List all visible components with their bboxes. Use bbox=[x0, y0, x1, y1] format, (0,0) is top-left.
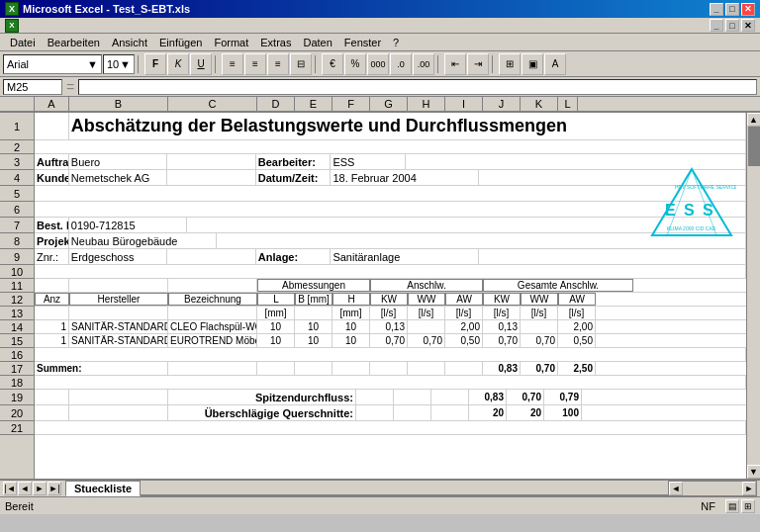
cell-i15[interactable]: 0,50 bbox=[445, 334, 483, 347]
cell-i14[interactable]: 2,00 bbox=[445, 320, 483, 333]
cell-b15[interactable]: SANITÄR-STANDARD bbox=[69, 334, 168, 347]
cell-j14[interactable]: 0,13 bbox=[483, 320, 521, 333]
row-num-10[interactable]: 10 bbox=[0, 265, 34, 279]
col-header-g[interactable]: G bbox=[370, 97, 408, 111]
indent-dec-btn[interactable]: ⇤ bbox=[444, 53, 466, 75]
h-scroll-track[interactable] bbox=[683, 483, 742, 494]
cell-h15[interactable]: 0,70 bbox=[408, 334, 445, 347]
doc-restore-btn[interactable]: □ bbox=[725, 19, 739, 32]
cell-i19[interactable] bbox=[431, 390, 469, 404]
cell-row5[interactable] bbox=[35, 186, 746, 201]
menu-help[interactable]: ? bbox=[387, 36, 405, 49]
cell-a3[interactable]: Auftrag: bbox=[35, 154, 69, 169]
close-button[interactable]: ✕ bbox=[741, 3, 755, 16]
cell-e4[interactable]: 18. Februar 2004 bbox=[331, 170, 478, 185]
cell-c11[interactable] bbox=[168, 279, 257, 292]
cell-j15[interactable]: 0,70 bbox=[483, 334, 521, 347]
menu-extras[interactable]: Extras bbox=[254, 36, 297, 49]
cell-c13[interactable] bbox=[168, 307, 257, 319]
row-num-21[interactable]: 21 bbox=[0, 421, 34, 435]
cell-e13[interactable] bbox=[295, 307, 332, 319]
row-num-15[interactable]: 15 bbox=[0, 334, 34, 348]
row-num-2[interactable]: 2 bbox=[0, 140, 34, 154]
font-name-arrow[interactable]: ▼ bbox=[87, 58, 98, 70]
cell-a20[interactable] bbox=[35, 405, 69, 420]
cell-k20[interactable]: 20 bbox=[507, 405, 544, 420]
cell-b11[interactable] bbox=[69, 279, 168, 292]
scroll-track[interactable] bbox=[747, 127, 760, 465]
align-center-btn[interactable]: ≡ bbox=[244, 53, 266, 75]
cell-c3[interactable] bbox=[167, 154, 256, 169]
bold-button[interactable]: F bbox=[144, 53, 166, 75]
menu-einfuegen[interactable]: Einfügen bbox=[153, 36, 208, 49]
cell-g20[interactable] bbox=[356, 405, 394, 420]
cell-d15[interactable]: 10 bbox=[257, 334, 295, 347]
cell-rest9[interactable] bbox=[479, 249, 746, 264]
col-header-k[interactable]: K bbox=[521, 97, 558, 111]
cell-row18[interactable] bbox=[35, 376, 746, 389]
cell-c4[interactable] bbox=[167, 170, 256, 185]
cell-e14[interactable]: 10 bbox=[295, 320, 332, 333]
row-num-19[interactable]: 19 bbox=[0, 390, 34, 405]
h-scrollbar[interactable]: ◄ ► bbox=[668, 481, 757, 496]
cell-a15[interactable]: 1 bbox=[35, 334, 69, 347]
cell-g14[interactable]: 0,13 bbox=[370, 320, 408, 333]
status-btn-2[interactable]: ⊞ bbox=[741, 499, 755, 513]
cell-l14[interactable]: 2,00 bbox=[558, 320, 596, 333]
cell-b20[interactable] bbox=[69, 405, 168, 420]
decimal-inc-btn[interactable]: .0 bbox=[390, 53, 412, 75]
maximize-button[interactable]: □ bbox=[725, 3, 739, 16]
cell-d3[interactable]: Bearbeiter: bbox=[256, 154, 332, 169]
menu-daten[interactable]: Daten bbox=[297, 36, 337, 49]
row-num-18[interactable]: 18 bbox=[0, 376, 34, 390]
cell-e9[interactable]: Sanitäranlage bbox=[331, 249, 478, 264]
scroll-up-btn[interactable]: ▲ bbox=[747, 113, 761, 127]
tab-first-btn[interactable]: |◄ bbox=[3, 482, 17, 495]
col-header-l[interactable]: L bbox=[558, 97, 578, 111]
cell-g15[interactable]: 0,70 bbox=[370, 334, 408, 347]
vertical-scrollbar[interactable]: ▲ ▼ bbox=[746, 113, 760, 479]
cell-c14[interactable]: CLEO Flachspül-WC wa... bbox=[168, 320, 257, 333]
currency-btn[interactable]: € bbox=[322, 53, 343, 75]
cell-i20[interactable] bbox=[431, 405, 469, 420]
cell-b8[interactable]: Neubau Bürogebäude bbox=[69, 233, 217, 248]
cell-a7[interactable]: Best. Nr. bbox=[35, 218, 69, 232]
row-num-16[interactable]: 16 bbox=[0, 348, 34, 362]
cell-b19[interactable] bbox=[69, 390, 168, 404]
row-num-12[interactable]: 12 bbox=[0, 293, 34, 307]
col-header-a[interactable]: A bbox=[35, 97, 69, 111]
row-num-7[interactable]: 7 bbox=[0, 218, 34, 233]
font-size-arrow[interactable]: ▼ bbox=[120, 58, 131, 70]
cell-k14[interactable] bbox=[521, 320, 558, 333]
merge-btn[interactable]: ⊟ bbox=[290, 53, 312, 75]
cell-c9[interactable] bbox=[167, 249, 256, 264]
italic-button[interactable]: K bbox=[167, 53, 189, 75]
cell-row16[interactable] bbox=[35, 348, 746, 361]
cell-e15[interactable]: 10 bbox=[295, 334, 332, 347]
row-num-9[interactable]: 9 bbox=[0, 249, 34, 265]
row-num-6[interactable]: 6 bbox=[0, 202, 34, 218]
tab-next-btn[interactable]: ► bbox=[33, 482, 47, 495]
menu-format[interactable]: Format bbox=[208, 36, 254, 49]
col-header-c[interactable]: C bbox=[168, 97, 257, 111]
fill-color-btn[interactable]: ▣ bbox=[522, 53, 543, 75]
cell-g19[interactable] bbox=[356, 390, 394, 404]
cell-b1-merged[interactable]: Abschätzung der Belastungswerte und Durc… bbox=[69, 113, 746, 139]
cell-j17[interactable]: 0,83 bbox=[483, 362, 521, 375]
cell-c15[interactable]: EUROTREND Möbel-WVas... bbox=[168, 334, 257, 347]
scroll-down-btn[interactable]: ▼ bbox=[747, 465, 761, 479]
doc-close-btn[interactable]: ✕ bbox=[741, 19, 755, 32]
cell-f15[interactable]: 10 bbox=[332, 334, 370, 347]
col-header-b[interactable]: B bbox=[69, 97, 168, 111]
menu-fenster[interactable]: Fenster bbox=[338, 36, 387, 49]
cell-row2[interactable] bbox=[35, 140, 746, 153]
cell-l15[interactable]: 0,50 bbox=[558, 334, 596, 347]
cell-k17[interactable]: 0,70 bbox=[521, 362, 558, 375]
cell-d9[interactable]: Anlage: bbox=[256, 249, 332, 264]
cell-a9[interactable]: Znr.: bbox=[35, 249, 69, 264]
tab-last-btn[interactable]: ►| bbox=[48, 482, 61, 495]
indent-inc-btn[interactable]: ⇥ bbox=[467, 53, 489, 75]
row-num-4[interactable]: 4 bbox=[0, 170, 34, 186]
cell-d14[interactable]: 10 bbox=[257, 320, 295, 333]
cell-j19[interactable]: 0,83 bbox=[469, 390, 507, 404]
